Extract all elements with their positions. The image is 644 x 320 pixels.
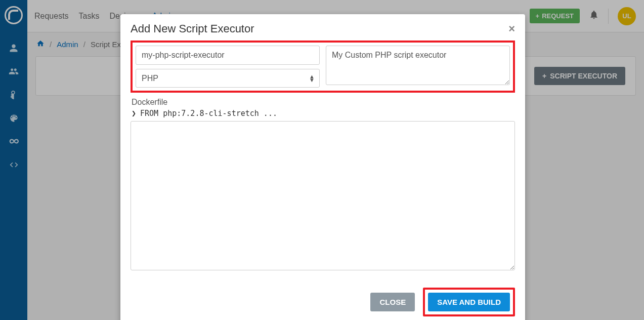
close-button[interactable]: CLOSE bbox=[370, 293, 415, 311]
dockerfile-label: Dockerfile bbox=[132, 98, 515, 107]
dockerfile-textarea[interactable] bbox=[131, 121, 515, 270]
executor-name-input[interactable] bbox=[136, 46, 320, 65]
modal-title: Add New Script Executor bbox=[131, 22, 254, 35]
left-column: PHP ▲▼ bbox=[136, 46, 320, 88]
inputs-highlight: PHP ▲▼ My Custom PHP script executor bbox=[131, 41, 515, 93]
description-textarea[interactable]: My Custom PHP script executor bbox=[326, 46, 510, 85]
language-select[interactable]: PHP bbox=[136, 69, 320, 88]
modal-footer: CLOSE SAVE AND BUILD bbox=[131, 288, 515, 316]
language-select-wrap: PHP ▲▼ bbox=[136, 69, 320, 88]
add-script-executor-modal: Add New Script Executor × PHP ▲▼ My Cust… bbox=[120, 14, 525, 320]
save-button-highlight: SAVE AND BUILD bbox=[423, 288, 515, 316]
right-column: My Custom PHP script executor bbox=[326, 46, 510, 88]
dockerfile-preview-line[interactable]: ❯ FROM php:7.2.8-cli-stretch ... bbox=[132, 109, 515, 118]
save-and-build-button[interactable]: SAVE AND BUILD bbox=[428, 293, 510, 311]
close-icon[interactable]: × bbox=[508, 23, 515, 34]
dockerfile-preview-text: FROM php:7.2.8-cli-stretch ... bbox=[140, 109, 277, 118]
modal-header: Add New Script Executor × bbox=[131, 22, 515, 35]
chevron-right-icon: ❯ bbox=[132, 109, 136, 118]
